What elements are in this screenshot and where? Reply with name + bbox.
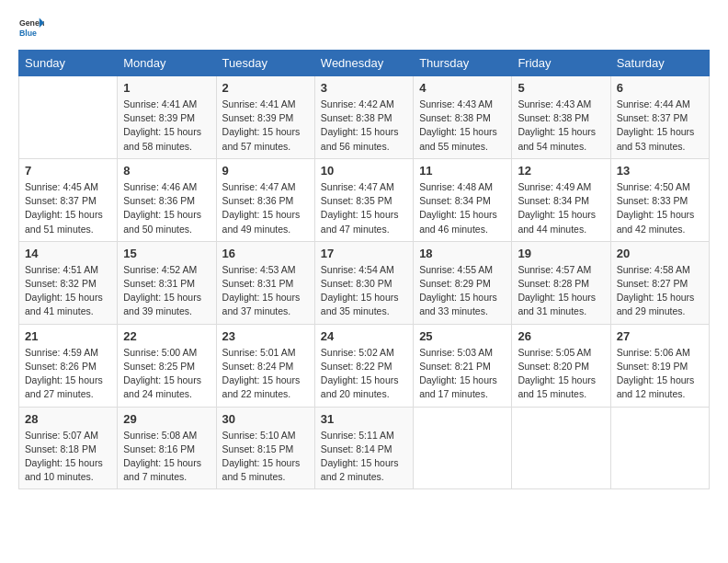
day-info: Sunrise: 5:02 AM Sunset: 8:22 PM Dayligh… — [321, 346, 407, 402]
calendar-body: 1Sunrise: 4:41 AM Sunset: 8:39 PM Daylig… — [19, 76, 710, 489]
calendar-cell: 6Sunrise: 4:44 AM Sunset: 8:37 PM Daylig… — [610, 76, 709, 159]
day-number: 1 — [123, 81, 210, 95]
day-info: Sunrise: 4:52 AM Sunset: 8:31 PM Dayligh… — [123, 263, 210, 319]
day-info: Sunrise: 4:47 AM Sunset: 8:36 PM Dayligh… — [222, 180, 309, 236]
day-info: Sunrise: 5:07 AM Sunset: 8:18 PM Dayligh… — [25, 429, 111, 485]
calendar-cell: 10Sunrise: 4:47 AM Sunset: 8:35 PM Dayli… — [314, 158, 413, 241]
day-number: 9 — [222, 164, 309, 178]
calendar-cell: 13Sunrise: 4:50 AM Sunset: 8:33 PM Dayli… — [610, 158, 709, 241]
day-info: Sunrise: 4:59 AM Sunset: 8:26 PM Dayligh… — [25, 346, 111, 402]
day-info: Sunrise: 5:06 AM Sunset: 8:19 PM Dayligh… — [617, 346, 703, 402]
calendar-cell — [610, 407, 709, 489]
day-number: 23 — [222, 329, 309, 343]
week-row-5: 28Sunrise: 5:07 AM Sunset: 8:18 PM Dayli… — [19, 407, 710, 489]
calendar-cell: 16Sunrise: 4:53 AM Sunset: 8:31 PM Dayli… — [216, 241, 314, 324]
calendar-cell: 15Sunrise: 4:52 AM Sunset: 8:31 PM Dayli… — [118, 241, 216, 324]
day-number: 28 — [25, 412, 111, 426]
day-number: 20 — [617, 247, 703, 260]
day-number: 7 — [25, 164, 111, 178]
day-number: 13 — [617, 164, 703, 178]
header: General Blue — [18, 15, 710, 40]
day-info: Sunrise: 4:58 AM Sunset: 8:27 PM Dayligh… — [617, 263, 703, 319]
weekday-header-tuesday: Tuesday — [216, 51, 314, 76]
calendar-cell: 23Sunrise: 5:01 AM Sunset: 8:24 PM Dayli… — [216, 324, 314, 407]
calendar-cell — [19, 76, 118, 159]
day-info: Sunrise: 5:05 AM Sunset: 8:20 PM Dayligh… — [518, 346, 604, 402]
day-info: Sunrise: 5:11 AM Sunset: 8:14 PM Dayligh… — [321, 429, 407, 485]
day-info: Sunrise: 4:50 AM Sunset: 8:33 PM Dayligh… — [617, 180, 703, 236]
day-number: 3 — [321, 81, 407, 95]
day-info: Sunrise: 4:44 AM Sunset: 8:37 PM Dayligh… — [617, 98, 703, 154]
calendar-cell: 12Sunrise: 4:49 AM Sunset: 8:34 PM Dayli… — [512, 158, 610, 241]
calendar-cell: 24Sunrise: 5:02 AM Sunset: 8:22 PM Dayli… — [314, 324, 413, 407]
calendar-table: SundayMondayTuesdayWednesdayThursdayFrid… — [18, 50, 710, 489]
calendar-cell: 17Sunrise: 4:54 AM Sunset: 8:30 PM Dayli… — [314, 241, 413, 324]
day-number: 26 — [518, 329, 604, 343]
calendar-cell: 28Sunrise: 5:07 AM Sunset: 8:18 PM Dayli… — [19, 407, 118, 489]
calendar-cell: 19Sunrise: 4:57 AM Sunset: 8:28 PM Dayli… — [512, 241, 610, 324]
calendar-cell: 25Sunrise: 5:03 AM Sunset: 8:21 PM Dayli… — [414, 324, 512, 407]
day-info: Sunrise: 4:41 AM Sunset: 8:39 PM Dayligh… — [123, 98, 210, 154]
day-number: 19 — [518, 247, 604, 260]
calendar-cell: 18Sunrise: 4:55 AM Sunset: 8:29 PM Dayli… — [414, 241, 512, 324]
day-number: 6 — [617, 81, 703, 95]
calendar-cell: 31Sunrise: 5:11 AM Sunset: 8:14 PM Dayli… — [314, 407, 413, 489]
day-info: Sunrise: 4:53 AM Sunset: 8:31 PM Dayligh… — [222, 263, 309, 319]
day-info: Sunrise: 4:49 AM Sunset: 8:34 PM Dayligh… — [518, 180, 604, 236]
weekday-header-saturday: Saturday — [610, 51, 709, 76]
weekday-header-row: SundayMondayTuesdayWednesdayThursdayFrid… — [19, 51, 710, 76]
calendar-cell: 14Sunrise: 4:51 AM Sunset: 8:32 PM Dayli… — [19, 241, 118, 324]
day-info: Sunrise: 4:48 AM Sunset: 8:34 PM Dayligh… — [419, 180, 506, 236]
day-number: 30 — [222, 412, 309, 426]
day-number: 8 — [123, 164, 210, 178]
calendar-cell — [414, 407, 512, 489]
day-number: 18 — [419, 247, 506, 260]
day-number: 11 — [419, 164, 506, 178]
calendar-cell: 9Sunrise: 4:47 AM Sunset: 8:36 PM Daylig… — [216, 158, 314, 241]
day-info: Sunrise: 4:43 AM Sunset: 8:38 PM Dayligh… — [518, 98, 604, 154]
day-number: 14 — [25, 247, 111, 260]
calendar-cell: 3Sunrise: 4:42 AM Sunset: 8:38 PM Daylig… — [314, 76, 413, 159]
calendar-cell: 4Sunrise: 4:43 AM Sunset: 8:38 PM Daylig… — [414, 76, 512, 159]
logo: General Blue — [18, 15, 48, 40]
day-info: Sunrise: 4:55 AM Sunset: 8:29 PM Dayligh… — [419, 263, 506, 319]
day-info: Sunrise: 5:03 AM Sunset: 8:21 PM Dayligh… — [419, 346, 506, 402]
week-row-2: 7Sunrise: 4:45 AM Sunset: 8:37 PM Daylig… — [19, 158, 710, 241]
day-info: Sunrise: 5:10 AM Sunset: 8:15 PM Dayligh… — [222, 429, 309, 485]
day-number: 2 — [222, 81, 309, 95]
day-number: 25 — [419, 329, 506, 343]
day-info: Sunrise: 4:51 AM Sunset: 8:32 PM Dayligh… — [25, 263, 111, 319]
calendar-cell: 8Sunrise: 4:46 AM Sunset: 8:36 PM Daylig… — [118, 158, 216, 241]
day-info: Sunrise: 4:46 AM Sunset: 8:36 PM Dayligh… — [123, 180, 210, 236]
day-number: 27 — [617, 329, 703, 343]
day-info: Sunrise: 4:43 AM Sunset: 8:38 PM Dayligh… — [419, 98, 506, 154]
day-number: 24 — [321, 329, 407, 343]
calendar-cell: 29Sunrise: 5:08 AM Sunset: 8:16 PM Dayli… — [118, 407, 216, 489]
weekday-header-thursday: Thursday — [414, 51, 512, 76]
calendar-cell: 5Sunrise: 4:43 AM Sunset: 8:38 PM Daylig… — [512, 76, 610, 159]
day-info: Sunrise: 5:01 AM Sunset: 8:24 PM Dayligh… — [222, 346, 309, 402]
day-number: 17 — [321, 247, 407, 260]
day-number: 16 — [222, 247, 309, 260]
day-number: 15 — [123, 247, 210, 260]
calendar-cell: 1Sunrise: 4:41 AM Sunset: 8:39 PM Daylig… — [118, 76, 216, 159]
calendar-cell: 21Sunrise: 4:59 AM Sunset: 8:26 PM Dayli… — [19, 324, 118, 407]
svg-text:Blue: Blue — [19, 29, 37, 38]
day-number: 31 — [321, 412, 407, 426]
calendar-cell: 22Sunrise: 5:00 AM Sunset: 8:25 PM Dayli… — [118, 324, 216, 407]
day-number: 22 — [123, 329, 210, 343]
weekday-header-friday: Friday — [512, 51, 610, 76]
day-info: Sunrise: 4:42 AM Sunset: 8:38 PM Dayligh… — [321, 98, 407, 154]
calendar-cell: 26Sunrise: 5:05 AM Sunset: 8:20 PM Dayli… — [512, 324, 610, 407]
week-row-3: 14Sunrise: 4:51 AM Sunset: 8:32 PM Dayli… — [19, 241, 710, 324]
day-number: 4 — [419, 81, 506, 95]
calendar-cell: 7Sunrise: 4:45 AM Sunset: 8:37 PM Daylig… — [19, 158, 118, 241]
day-number: 12 — [518, 164, 604, 178]
day-number: 10 — [321, 164, 407, 178]
calendar-cell — [512, 407, 610, 489]
day-info: Sunrise: 5:00 AM Sunset: 8:25 PM Dayligh… — [123, 346, 210, 402]
calendar-cell: 27Sunrise: 5:06 AM Sunset: 8:19 PM Dayli… — [610, 324, 709, 407]
day-info: Sunrise: 4:57 AM Sunset: 8:28 PM Dayligh… — [518, 263, 604, 319]
weekday-header-wednesday: Wednesday — [314, 51, 413, 76]
week-row-1: 1Sunrise: 4:41 AM Sunset: 8:39 PM Daylig… — [19, 76, 710, 159]
